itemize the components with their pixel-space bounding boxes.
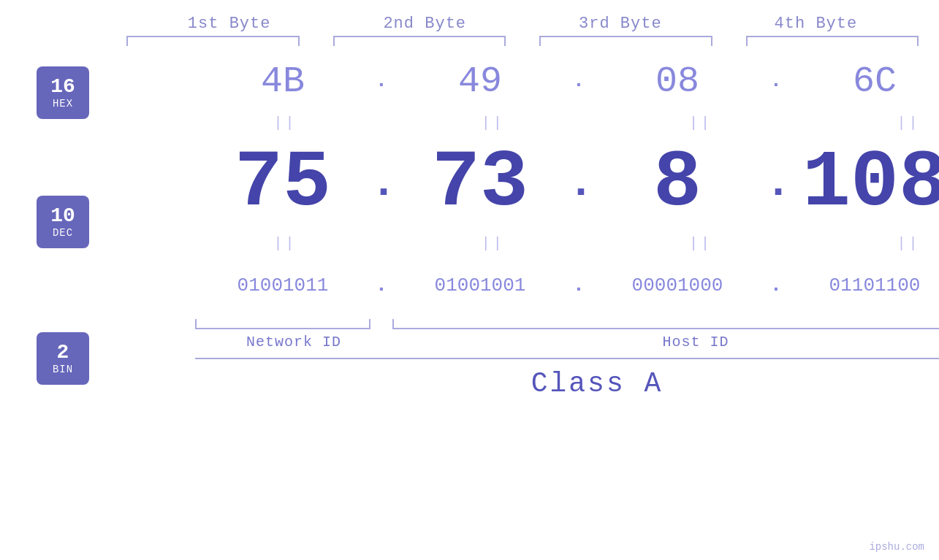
dot-sep-hex-2: . — [568, 71, 590, 91]
bin-cell-2: 01001001 — [392, 275, 568, 296]
top-area: 1st Byte 2nd Byte 3rd Byte 4th Byte — [121, 15, 924, 46]
rows-container: 16 HEX 10 DEC 2 BIN 4B . 49 — [0, 52, 939, 399]
bin-cell-1: 01001011 — [195, 275, 370, 296]
dot-sep-dec-3: . — [765, 161, 787, 205]
hex-badge: 16 HEX — [37, 66, 89, 119]
dec-cell-4: 108 — [787, 143, 939, 223]
hex-cell-3: 08 — [590, 61, 765, 102]
hex-cell-4: 6C — [787, 61, 939, 102]
dot-sep-dec-2: . — [568, 161, 590, 205]
byte-header-3: 3rd Byte — [533, 15, 707, 33]
dec-badge: 10 DEC — [37, 196, 89, 248]
pipe-1-4: || — [821, 115, 939, 131]
class-label: Class A — [531, 368, 664, 399]
bracket-top-2 — [333, 36, 506, 46]
class-label-container: Class A — [195, 368, 939, 399]
dec-val-3: 8 — [653, 143, 702, 223]
dot-sep-hex-3: . — [765, 71, 787, 91]
dec-val-2: 73 — [432, 143, 528, 223]
dec-cell-2: 73 — [392, 143, 568, 223]
byte-header-1: 1st Byte — [142, 15, 316, 33]
hex-row: 4B . 49 . 08 . 6C — [195, 52, 939, 110]
byte-header-2: 2nd Byte — [338, 15, 512, 33]
dec-row: 75 . 73 . 8 . 108 — [195, 136, 939, 231]
bin-val-3: 00001000 — [632, 275, 723, 296]
bin-cell-3: 00001000 — [590, 275, 765, 296]
bin-number: 2 — [57, 342, 69, 364]
bin-val-2: 01001001 — [435, 275, 526, 296]
hex-cell-2: 49 — [392, 61, 568, 102]
dot-sep-hex-1: . — [370, 71, 392, 91]
pipe-1-1: || — [198, 115, 373, 131]
bin-badge: 2 BIN — [37, 332, 89, 385]
bin-row: 01001011 . 01001001 . 00001000 . 0110110… — [195, 256, 939, 315]
dec-val-4: 108 — [802, 143, 939, 223]
pipe-row-2: || || || || — [195, 231, 939, 256]
bracket-host — [392, 319, 939, 329]
bottom-line — [195, 358, 939, 359]
bracket-network — [195, 319, 370, 329]
dot-sep-bin-1: . — [370, 275, 392, 296]
dec-number: 10 — [50, 205, 75, 228]
pipe-1-2: || — [406, 115, 581, 131]
main-container: 1st Byte 2nd Byte 3rd Byte 4th Byte 16 H… — [0, 0, 939, 560]
all-rows: 4B . 49 . 08 . 6C || || — [195, 52, 939, 399]
hex-val-3: 08 — [655, 61, 699, 102]
dec-label: DEC — [53, 227, 73, 239]
bin-label: BIN — [53, 364, 73, 375]
dot-sep-bin-2: . — [568, 275, 590, 296]
bin-val-1: 01001011 — [237, 275, 329, 296]
id-labels: Network ID Host ID — [195, 334, 939, 350]
bracket-top-4 — [746, 36, 919, 46]
pipe-2-1: || — [198, 235, 373, 252]
pipe-2-2: || — [406, 235, 581, 252]
pipe-row-1: || || || || — [195, 110, 939, 136]
bin-cell-4: 01101100 — [787, 275, 939, 296]
dot-sep-dec-1: . — [370, 161, 392, 205]
hex-val-2: 49 — [458, 61, 502, 102]
base-labels: 16 HEX 10 DEC 2 BIN — [37, 66, 89, 399]
dec-cell-1: 75 — [195, 143, 370, 223]
network-id-label: Network ID — [195, 334, 392, 350]
dec-cell-3: 8 — [590, 143, 765, 223]
hex-number: 16 — [50, 76, 75, 99]
hex-val-1: 4B — [261, 61, 305, 102]
hex-cell-1: 4B — [195, 61, 370, 102]
dot-sep-bin-3: . — [765, 275, 787, 296]
hex-val-4: 6C — [853, 61, 897, 102]
bracket-top-1 — [126, 36, 300, 46]
pipe-1-3: || — [613, 115, 788, 131]
hex-label: HEX — [53, 98, 73, 110]
dec-val-1: 75 — [235, 143, 331, 223]
watermark: ipshu.com — [869, 541, 924, 553]
bracket-top-3 — [539, 36, 712, 46]
pipe-2-4: || — [821, 235, 939, 252]
byte-header-4: 4th Byte — [729, 15, 902, 33]
top-brackets — [121, 36, 924, 46]
bottom-brackets — [195, 319, 939, 329]
host-id-label: Host ID — [392, 334, 939, 350]
bin-val-4: 01101100 — [829, 275, 921, 296]
pipe-2-3: || — [613, 235, 788, 252]
byte-headers: 1st Byte 2nd Byte 3rd Byte 4th Byte — [121, 15, 924, 33]
